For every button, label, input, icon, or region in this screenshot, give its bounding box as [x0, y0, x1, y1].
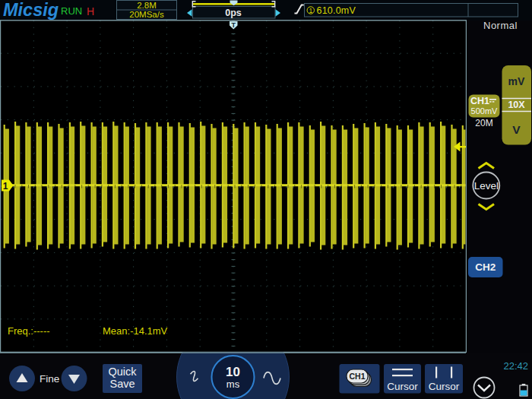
svg-text:CH1: CH1: [470, 96, 489, 106]
svg-text:Cursor: Cursor: [387, 381, 418, 392]
svg-text:ms: ms: [226, 378, 240, 390]
svg-text:Freq.:-----: Freq.:-----: [8, 325, 50, 337]
svg-text:Normal: Normal: [483, 21, 518, 31]
svg-text:Quick: Quick: [108, 366, 137, 378]
svg-text:V: V: [512, 123, 521, 136]
svg-text:20M: 20M: [475, 118, 492, 128]
svg-text:Save: Save: [109, 378, 135, 390]
svg-text:10: 10: [226, 365, 240, 379]
svg-text:RUN: RUN: [61, 5, 82, 17]
svg-text:22:42: 22:42: [503, 360, 528, 372]
svg-text:H: H: [87, 5, 94, 17]
svg-text:Level: Level: [474, 180, 499, 192]
svg-text:mV: mV: [508, 75, 525, 87]
svg-text:10X: 10X: [508, 100, 525, 110]
svg-text:Mean:-14.1mV: Mean:-14.1mV: [103, 325, 168, 337]
svg-text:Micsig: Micsig: [3, 0, 59, 20]
svg-text:500mV: 500mV: [471, 106, 499, 116]
svg-text:1: 1: [309, 7, 313, 14]
svg-text:T: T: [232, 21, 236, 29]
svg-text:CH1: CH1: [349, 372, 365, 381]
svg-text:Cursor: Cursor: [429, 381, 460, 392]
svg-text:CH2: CH2: [475, 261, 496, 273]
svg-text:2.8M: 2.8M: [137, 1, 157, 10]
svg-text:20MSa/s: 20MSa/s: [129, 10, 164, 19]
svg-text:610.0mV: 610.0mV: [317, 5, 356, 16]
svg-text:1: 1: [3, 181, 8, 192]
svg-text:0ps: 0ps: [225, 8, 242, 18]
svg-text:Fine: Fine: [40, 373, 59, 385]
